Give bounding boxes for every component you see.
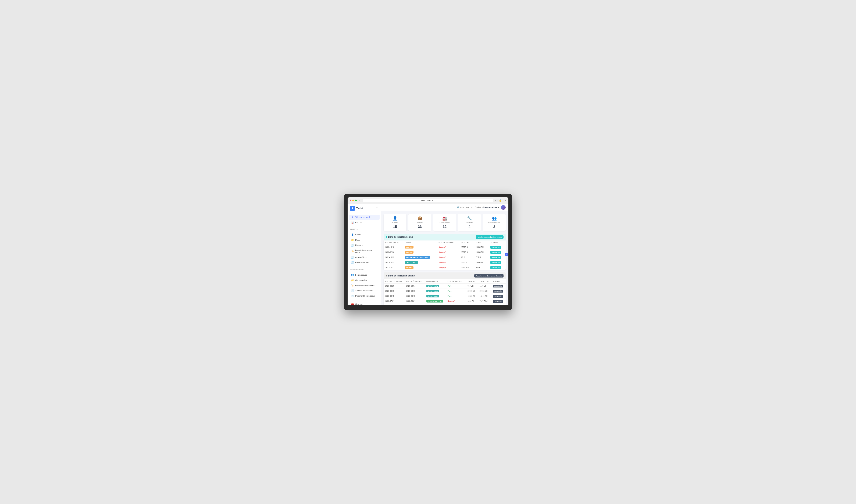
paiement-icon: 🧾: [351, 261, 354, 264]
details-button[interactable]: Plus détails: [491, 266, 501, 269]
cell-status: Non payé: [437, 245, 460, 250]
stat-icon-produits: 📦: [417, 216, 422, 221]
reports-icon: 📊: [351, 221, 354, 224]
cell-total-ttc: 76176 DH: [478, 304, 491, 305]
table-row: 2020-08-15 2020-08-15 DARYA SARL Payé 13…: [384, 293, 506, 299]
sidebar-item-ouvriers[interactable]: 🧰 Ouvriers: [349, 302, 379, 305]
sidebar-item-commandes[interactable]: 📁 Commandes: [349, 278, 379, 283]
home-icon: ⊞: [351, 216, 354, 218]
cell-date: 2021-10-21: [384, 265, 403, 270]
sidebar-item-tableau-de-bord[interactable]: ⊞ Tableau de bord: [349, 215, 379, 220]
ventes-section: Bons de livraison ventes Tous les bons d…: [381, 234, 509, 272]
details-button[interactable]: plus détails: [493, 290, 503, 292]
cell-client: LIXERA MAROC BT PREMIER: [403, 255, 437, 260]
sidebar-item-reports[interactable]: 📊 Reports: [349, 220, 379, 225]
devis-icon: 📁: [351, 239, 354, 241]
sidebar-item-avoirs-client[interactable]: 🧾 Avoirs Client: [349, 255, 379, 260]
achats-title: Bons de livraison d'achats: [386, 274, 415, 277]
col-date-echeance: DATE D'ÉCHÉANCE: [405, 279, 425, 284]
cell-total-ht: 6023 DH: [466, 299, 478, 304]
sidebar-item-factures[interactable]: 🧾 Factures: [349, 243, 379, 248]
table-row: 2021-10-21 LIXERA Non payé 107101 DH 0 D…: [384, 265, 506, 270]
ma-societe[interactable]: ⚙️ Ma société: [457, 206, 469, 209]
col-etat-paiement-achat: ÉTAT DE PAIEMENT: [446, 279, 466, 284]
sidebar-item-avoirs-fournisseurs[interactable]: 🧾 Avoirs Fournisseurs: [349, 288, 379, 293]
avatar[interactable]: O: [501, 205, 506, 210]
table-row: 2020-08-20 2020-08-07 DARYA SARL Payé 95…: [384, 284, 506, 289]
cell-actions: Plus détails: [489, 260, 506, 265]
browser-nav[interactable]: ‹›: [359, 199, 361, 202]
table-row: 2022-10-13 LIXERA Non payé 15320 DH 1838…: [384, 245, 506, 250]
details-button[interactable]: Plus détails: [491, 246, 501, 249]
details-button[interactable]: Plus détails: [491, 256, 501, 259]
details-button[interactable]: plus détails: [493, 300, 503, 303]
achats-table: DATE DE LIVRAISON DATE D'ÉCHÉANCE FOURNI…: [384, 279, 506, 305]
sidebar-item-label: Paiement Fournisseur: [355, 295, 375, 297]
logo-text: Tadbirr: [356, 207, 364, 210]
cell-fournisseur: ROSIS PLAST: [425, 304, 446, 305]
expand-icon[interactable]: ⤢: [471, 206, 473, 209]
sidebar-nav-main: ⊞ Tableau de bord 📊 Reports: [347, 213, 381, 227]
details-button[interactable]: plus détails: [493, 285, 503, 287]
details-button[interactable]: plus détails: [493, 295, 503, 298]
table-row: 2021-10-23 LIXERA MAROC BT PREMIER Non p…: [384, 255, 506, 260]
cell-fournisseur: PLANET BATTERY: [425, 299, 446, 304]
stat-value-personnels: 2: [493, 225, 495, 229]
details-button[interactable]: Plus détails: [491, 261, 501, 264]
cell-total-ttc: 18384 DH: [474, 245, 489, 250]
float-settings-button[interactable]: ⚙: [505, 253, 509, 256]
cell-fournisseur: DARYA SARL: [425, 289, 446, 293]
cell-total-ht: 950 DH: [466, 284, 478, 289]
details-button[interactable]: Plus détails: [491, 251, 501, 254]
cell-date-ech: 2020-08-01: [405, 299, 425, 304]
cell-actions: plus détails: [491, 293, 506, 299]
sidebar-item-label: Avoirs Fournisseurs: [355, 290, 373, 292]
sidebar-item-bon-livraison-achat[interactable]: 🏷️ Bon de livraison achat: [349, 283, 379, 288]
ouvriers-icon: 🧰: [351, 303, 354, 305]
browser-actions: ⊞ ↻ 🔒 ⤓ ⊕: [495, 199, 506, 202]
bon-achat-icon: 🏷️: [351, 284, 354, 287]
sidebar-settings-button[interactable]: ⓘ: [376, 207, 378, 210]
cell-actions: Plus détails: [489, 250, 506, 255]
btn-all-achats[interactable]: Tous les bons de livraison d'achats: [474, 274, 503, 277]
cell-status: Payé: [446, 289, 466, 293]
cell-client: LIXERA: [403, 250, 437, 255]
stat-card-produits: 📦 Produits 33: [408, 214, 431, 231]
col-total-ht-achat: TOTAL HT: [466, 279, 478, 284]
ventes-table-header: DATE DE VENTE CLIENT ÉTAT DE PAIEMENT TO…: [384, 240, 506, 245]
col-total-ttc-achat: TOTAL TTC: [478, 279, 491, 284]
stat-label-clients: Clients: [392, 222, 398, 224]
sidebar-item-label: Avoirs Client: [355, 256, 367, 258]
logo-icon: T: [350, 206, 355, 211]
col-actions: ACTIONS: [489, 240, 506, 245]
sidebar-item-paiement-fournisseur[interactable]: 🧾 Paiement Fournisseur: [349, 293, 379, 299]
cell-total-ttc: 18384 DH: [474, 250, 489, 255]
ventes-title: Bons de livraison ventes: [386, 236, 413, 238]
avoirs-icon: 🧾: [351, 256, 354, 259]
sidebar-item-devis[interactable]: 📁 Devis: [349, 237, 379, 242]
cell-date-liv: 2020-07-24: [384, 304, 405, 305]
cell-actions: Plus détails: [489, 265, 506, 270]
achats-table-body: 2020-08-20 2020-08-07 DARYA SARL Payé 95…: [384, 284, 506, 305]
sidebar-item-paiement-client[interactable]: 🧾 Paiement Client: [349, 260, 379, 265]
btn-all-ventes[interactable]: Tous les bons de livraison ventes: [476, 235, 503, 239]
cell-date-ech: 2020-08-07: [405, 284, 425, 289]
stat-card-ouvriers: 🔧 Ouvriers 4: [458, 214, 481, 231]
paiement-fourn-icon: 🧾: [351, 295, 354, 297]
url-bar[interactable]: demo.tadbirr.app: [363, 199, 493, 202]
cell-date-ech: 2020-08-15: [405, 293, 425, 299]
sidebar-item-bon-livraison-vente[interactable]: 🏷️ Bon de livraison de vente: [349, 248, 379, 255]
sidebar-item-fournisseurs[interactable]: 👥 Fournisseurs: [349, 272, 379, 277]
sidebar-item-label: Commandes: [355, 279, 367, 281]
cell-client: LIXERA: [403, 245, 437, 250]
cell-actions: plus détails: [491, 299, 506, 304]
bon-livraison-icon: 🏷️: [351, 250, 354, 253]
stats-row: 👤 Clients 15 📦 Produits 33 🏭 Fournisseur…: [381, 211, 509, 234]
stat-value-ouvriers: 4: [468, 225, 470, 229]
sidebar-item-clients[interactable]: 👤 Clients: [349, 232, 379, 237]
cell-date: 2022-10-13: [384, 245, 403, 250]
ventes-table-body: 2022-10-13 LIXERA Non payé 15320 DH 1838…: [384, 245, 506, 270]
cell-client: TEST CLIENT: [403, 260, 437, 265]
cell-status: Payé: [446, 284, 466, 289]
cell-status: Non payé: [446, 299, 466, 304]
